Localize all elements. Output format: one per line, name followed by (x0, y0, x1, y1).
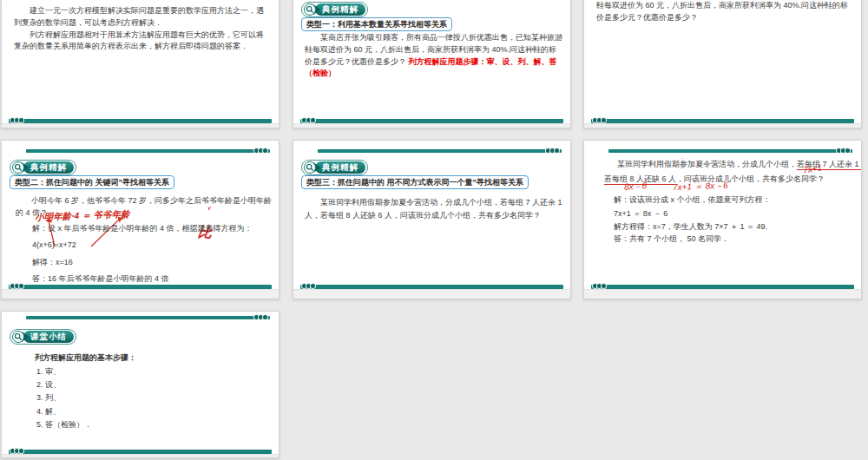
equation: 4(x+6)=x+72 (32, 240, 76, 252)
badge-label: 课堂小结 (23, 331, 74, 343)
slide-summary[interactable]: 课堂小结 列方程解应用题的基本步骤： 1. 审、 2. 设、 3. 列、 4. … (1, 311, 279, 458)
example-badge: 典例精解 (301, 2, 368, 17)
step-item: 1. 审、 (36, 365, 92, 378)
type-heading: 类型三：抓住问题中的 用不同方式表示同一个量”寻找相等关系 (301, 175, 529, 189)
badge-label: 典例精解 (315, 161, 365, 174)
slide-type1[interactable]: 典例精解 类型一：利用基本数量关系寻找相等关系 某商店开张为吸引顾客，所有商品一… (293, 0, 571, 128)
slide-intro[interactable]: 建立一元一次方程模型解决实际问题是重要的数学应用方法之一，遇到复杂的数学问题，可… (1, 0, 279, 128)
problem-text: 鞋每双进价为 60 元，八折出售后，商家所获利润率为 40%.问这种鞋的标价是多… (596, 0, 854, 24)
solution-answer: 答：16 年后爷爷年龄是小明年龄的 4 倍 (32, 273, 169, 286)
slide-footer (584, 123, 861, 128)
solution-setup: 解：设 x 年后爷爷年龄是小明年龄的 4 倍，根据题意得方程为： (32, 223, 253, 235)
handwritten-caret: ∨ (207, 203, 211, 213)
chain-rings-icon (11, 283, 24, 289)
chain-rings-icon (255, 148, 268, 154)
summary-steps: 1. 审、 2. 设、 3. 列、 4. 解、 5. 答（检验）． (36, 365, 92, 431)
slide-type3-solution[interactable]: 某班同学利用假期参加夏令营活动，分成几个小组，若每组 7 人还余 1 人， 若每… (583, 140, 862, 299)
example-badge: 典例精解 (10, 160, 76, 175)
slide-footer (2, 123, 279, 128)
chain-rings-icon (547, 148, 560, 154)
slide-type3[interactable]: 典例精解 类型三：抓住问题中的 用不同方式表示同一个量”寻找相等关系 某班同学利… (293, 140, 571, 299)
slide-footer (293, 123, 570, 128)
slide-footer (293, 289, 570, 299)
chain-rings-icon (594, 117, 607, 123)
handwritten-8x6: 8x－6 (624, 181, 648, 191)
badge-label: 典例精解 (23, 161, 74, 174)
type-heading: 类型二：抓住问题中的 关键词”寻找相等关系 (10, 175, 174, 189)
intro-paragraphs: 建立一元一次方程模型解决实际问题是重要的数学应用方法之一，遇到复杂的数学问题，可… (14, 5, 270, 53)
handwritten-tick: ˊ (681, 155, 683, 165)
magnifier-icon (12, 161, 24, 174)
magnifier-icon (12, 331, 24, 343)
problem-text: 某班同学利用假期参加夏令营活动，分成几个小组，若每组 7 人还余 1 人，若每组… (305, 196, 565, 222)
equation: 7x+1 ＝ 8x － 6 (614, 208, 667, 220)
summary-heading: 列方程解应用题的基本步骤： (35, 352, 136, 365)
summary-badge: 课堂小结 (10, 329, 76, 345)
handwritten-equation: 7x+1 ＝ 8x－6 (673, 181, 728, 192)
slide-type1-continued[interactable]: 鞋每双进价为 60 元，八折出售后，商家所获利润率为 40%.问这种鞋的标价是多… (583, 0, 862, 128)
step-item: 5. 答（检验）． (36, 418, 92, 431)
slide-footer (2, 454, 279, 458)
slide-footer (2, 289, 279, 299)
handwritten-relation: 小明年龄·4 ＝ 爷爷年龄 (35, 209, 130, 222)
step-item: 2. 设、 (36, 378, 92, 391)
problem-text: 某商店开张为吸引顾客，所有商品一律按八折优惠出售，已知某种旅游鞋每双进价为 60… (305, 32, 564, 80)
divider-bar-top (26, 149, 270, 153)
solution-setup: 解：设该班分成 x 个小组，依题意可列方程： (614, 194, 771, 207)
chain-rings-icon (11, 117, 24, 123)
problem-line-1: 某班同学利用假期参加夏令营活动，分成几个小组，若每组 7 人还余 1 人， (617, 159, 862, 171)
chain-rings-icon (303, 117, 316, 123)
chain-rings-icon (303, 283, 316, 289)
slide-type2[interactable]: 典例精解 类型二：抓住问题中的 关键词”寻找相等关系 小明今年 6 岁，他爷爷今… (1, 140, 279, 299)
paragraph: 建立一元一次方程模型解决实际问题是重要的数学应用方法之一，遇到复杂的数学问题，可… (14, 5, 270, 30)
paragraph: 列方程解应用题相对于用算术方法解应用题有巨大的优势，它可以将复杂的数量关系用简单… (14, 30, 270, 54)
chain-rings-icon (594, 283, 607, 289)
divider-bar-top (26, 316, 270, 319)
solution-answer: 答：共有 7 个小组， 50 名同学． (614, 233, 729, 246)
divider-bar-top (318, 149, 562, 153)
step-item: 3. 列、 (36, 391, 92, 404)
chain-rings-icon (255, 314, 268, 320)
solution-result: 解得：x=16 (32, 257, 73, 269)
badge-label: 典例精解 (315, 3, 365, 16)
slide-footer (584, 289, 861, 299)
chain-rings-icon (838, 148, 851, 154)
chain-rings-icon (11, 448, 24, 454)
solution-result: 解方程得：x=7，学生人数为 7×7 ＋ 1 ＝ 49. (614, 221, 767, 233)
divider-bar-top (608, 149, 852, 153)
type-heading: 类型一：利用基本数量关系寻找相等关系 (301, 17, 452, 31)
magnifier-icon (304, 161, 316, 174)
example-badge: 典例精解 (301, 160, 368, 175)
step-item: 4. 解、 (36, 405, 92, 418)
magnifier-icon (304, 3, 316, 16)
problem-segment: 某班同学利用假期参加夏令营活动，分成几个小组， (617, 160, 797, 168)
